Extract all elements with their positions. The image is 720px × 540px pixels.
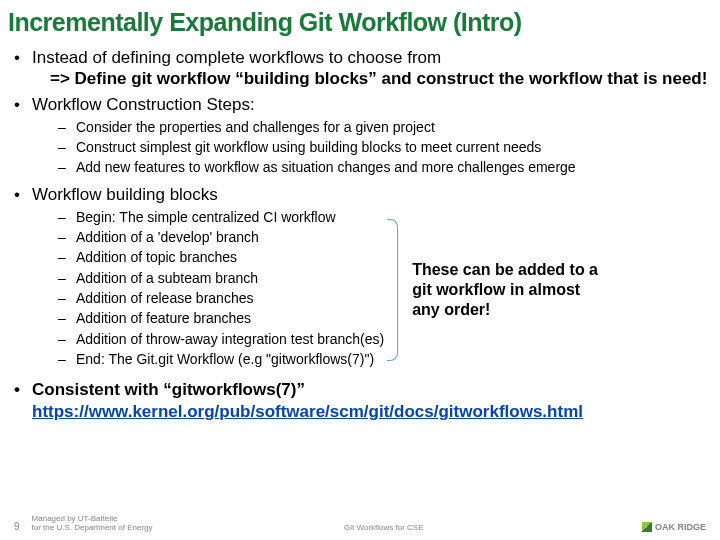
footer-org-line1: Managed by UT-Battelle (32, 514, 118, 523)
construction-step: Construct simplest git workflow using bu… (58, 137, 712, 157)
consistent-text: Consistent with “gitworkflows(7)” (32, 380, 305, 399)
slide: Incrementally Expanding Git Workflow (In… (0, 0, 720, 540)
block-item: Addition of topic branches (58, 247, 384, 267)
bullet-list: Instead of defining complete workflows t… (8, 47, 712, 422)
construction-heading: Workflow Construction Steps: (32, 95, 255, 114)
blocks-list: Begin: The simple centralized CI workflo… (58, 207, 384, 369)
block-item: Addition of feature branches (58, 308, 384, 328)
footer: 9 Managed by UT-Battelle for the U.S. De… (14, 514, 706, 532)
blocks-row: Begin: The simple centralized CI workflo… (32, 205, 712, 375)
block-item: Addition of a 'develop' branch (58, 227, 384, 247)
block-item: Begin: The simple centralized CI workflo… (58, 207, 384, 227)
leaf-icon (642, 522, 652, 532)
page-number: 9 (14, 521, 20, 532)
bullet-intro: Instead of defining complete workflows t… (8, 47, 712, 90)
gitworkflows-link[interactable]: https://www.kernel.org/pub/software/scm/… (32, 402, 583, 421)
blocks-heading: Workflow building blocks (32, 185, 218, 204)
block-item: Addition of release branches (58, 288, 384, 308)
slide-title: Incrementally Expanding Git Workflow (In… (8, 8, 712, 37)
footer-org: Managed by UT-Battelle for the U.S. Depa… (32, 514, 153, 532)
construction-step: Add new features to workflow as situatio… (58, 157, 712, 177)
construction-steps: Consider the properties and challenges f… (58, 117, 712, 178)
footer-org-line2: for the U.S. Department of Energy (32, 523, 153, 532)
bullet-consistent: Consistent with “gitworkflows(7)” https:… (8, 379, 712, 422)
blocks-side-note: These can be added to a git workflow in … (412, 260, 612, 320)
brace-icon (386, 219, 406, 361)
bullet-blocks: Workflow building blocks Begin: The simp… (8, 184, 712, 376)
block-item: Addition of throw-away integration test … (58, 329, 384, 349)
bullet-intro-line2: => Define git workflow “building blocks”… (32, 68, 712, 89)
logo-text: OAK RIDGE (655, 522, 706, 532)
bullet-intro-line1: Instead of defining complete workflows t… (32, 48, 441, 67)
construction-step: Consider the properties and challenges f… (58, 117, 712, 137)
block-item: Addition of a subteam branch (58, 268, 384, 288)
bullet-construction: Workflow Construction Steps: Consider th… (8, 94, 712, 178)
footer-title: Git Workflows for CSE (344, 523, 423, 532)
block-item: End: The Git.git Workflow (e.g "gitworkf… (58, 349, 384, 369)
ornl-logo: OAK RIDGE (642, 522, 706, 532)
